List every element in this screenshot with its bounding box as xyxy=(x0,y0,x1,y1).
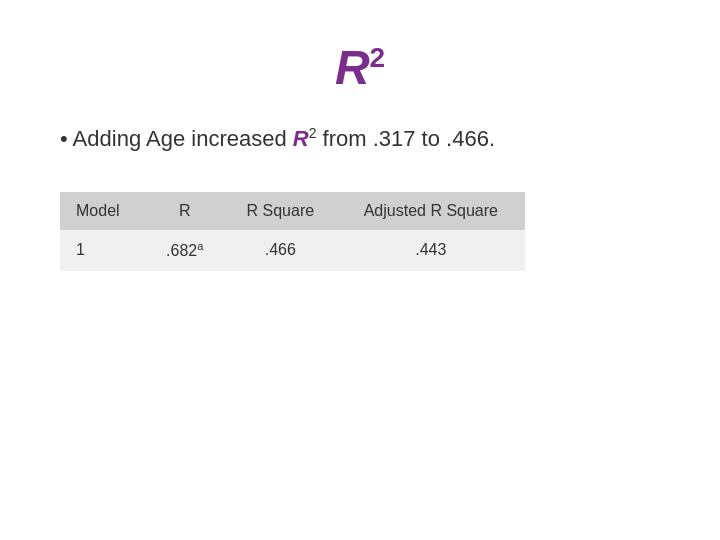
header-model: Model xyxy=(60,192,146,230)
title-superscript: 2 xyxy=(370,42,386,73)
r-squared-title: R2 xyxy=(335,40,385,95)
r-label: R xyxy=(335,41,370,94)
header-adjusted-r-square: Adjusted R Square xyxy=(337,192,525,230)
header-r-square: R Square xyxy=(224,192,337,230)
bullet-text-before: Adding Age increased xyxy=(73,126,293,151)
header-r: R xyxy=(146,192,224,230)
cell-adjusted-r-square: .443 xyxy=(337,230,525,270)
cell-model: 1 xyxy=(60,230,146,270)
bullet-point: • Adding Age increased R2 from .317 to .… xyxy=(50,125,495,152)
bullet-r-label: R xyxy=(293,126,309,151)
cell-r: .682a xyxy=(146,230,224,270)
bullet-text-after: from .317 to .466. xyxy=(316,126,495,151)
title-area: R2 xyxy=(50,40,670,95)
table-row: 1.682a.466.443 xyxy=(60,230,525,270)
cell-r-square: .466 xyxy=(224,230,337,270)
stats-table: Model R R Square Adjusted R Square 1.682… xyxy=(60,192,525,270)
page-container: R2 • Adding Age increased R2 from .317 t… xyxy=(0,0,720,540)
table-header-row: Model R R Square Adjusted R Square xyxy=(60,192,525,230)
